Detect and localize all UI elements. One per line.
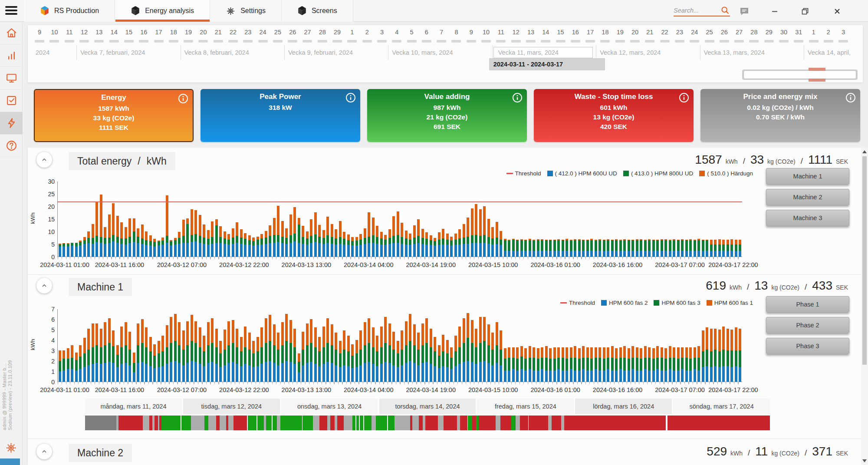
info-icon[interactable]	[178, 93, 188, 106]
timeline-day-number[interactable]: 19	[181, 29, 196, 36]
timeline-day-number[interactable]: 21	[642, 29, 657, 36]
info-icon[interactable]	[512, 92, 523, 105]
timeline-day-number[interactable]: 28	[315, 29, 330, 36]
timeline-day-number[interactable]: 24	[687, 29, 702, 36]
collapse-total-energy-button[interactable]	[36, 152, 52, 168]
legend-item-threshold[interactable]: Threshold	[506, 170, 541, 177]
chat-icon[interactable]	[739, 6, 750, 17]
timeline-day-number[interactable]: 9	[464, 29, 479, 36]
kpi-card-waste-stop-time-loss[interactable]: Waste - Stop time loss601 kWh13 kg (CO2e…	[534, 89, 694, 142]
tab-rs-production[interactable]: RS Production	[24, 0, 115, 22]
kpi-card-peak-power[interactable]: Peak Power318 kW	[201, 89, 360, 142]
search-input[interactable]: Search...	[674, 5, 730, 16]
legend-item-hpm-600-fas-1[interactable]: HPM 600 fas 1	[707, 300, 753, 306]
restore-button[interactable]	[799, 6, 811, 17]
timeline-day-number[interactable]: 27	[300, 29, 315, 36]
collapse-machine1-button[interactable]	[36, 278, 52, 294]
close-icon[interactable]	[832, 6, 843, 17]
timeline-day-number[interactable]: 12	[77, 29, 92, 36]
timeline-day-number[interactable]: 22	[226, 29, 240, 36]
timeline-day-number[interactable]: 26	[717, 29, 732, 36]
timeline-day-number[interactable]: 16	[568, 29, 583, 36]
timeline-day-number[interactable]: 1	[345, 29, 359, 36]
sidebar-item-tasks[interactable]	[0, 89, 23, 112]
kpi-card-price-and-energy-mix[interactable]: Price and energy mix0.02 kg (CO2e) / kWh…	[700, 89, 860, 142]
timeline-day-number[interactable]: 14	[538, 29, 553, 36]
phase-3-button[interactable]: Phase 3	[766, 338, 849, 354]
timeline-day-number[interactable]: 17	[583, 29, 598, 36]
tab-screens[interactable]: Screens	[282, 0, 353, 22]
sidebar-item-statistics[interactable]	[0, 44, 23, 67]
timeline-day-number[interactable]: 19	[613, 29, 628, 36]
timeline-week-vecka-9-februari-2024[interactable]: Vecka 9, februari, 2024	[284, 45, 388, 60]
timeline-week-2024[interactable]: 2024	[32, 45, 76, 60]
menu-icon[interactable]	[5, 6, 17, 16]
timeline-day-number[interactable]: 2	[360, 29, 375, 36]
timeline-day-number[interactable]: 2	[821, 29, 836, 36]
timeline-week-vecka-12-mars-2024[interactable]: Vecka 12, mars, 2024	[596, 45, 700, 60]
machine-2-button[interactable]: Machine 2	[766, 189, 849, 205]
tab-settings[interactable]: Settings	[210, 0, 282, 22]
sidebar-item-home[interactable]	[0, 22, 23, 44]
timeline-day-number[interactable]: 3	[375, 29, 389, 36]
legend-item-threshold[interactable]: Threshold	[560, 300, 595, 306]
timeline-day-number[interactable]: 17	[151, 29, 166, 36]
info-icon[interactable]	[345, 92, 356, 105]
scrollbar-thumb[interactable]	[862, 156, 867, 365]
timeline-week-vecka-8-februari-2024[interactable]: Vecka 8, februari, 2024	[181, 45, 284, 60]
timeline-day-number[interactable]: 23	[672, 29, 687, 36]
legend-item-510-0-h-rdugn[interactable]: ( 510.0 ) Härdugn	[699, 170, 753, 177]
timeline-day-number[interactable]: 20	[196, 29, 210, 36]
timeline-day-number[interactable]: 25	[702, 29, 717, 36]
timeline-slider-thumb[interactable]	[744, 71, 856, 79]
timeline-day-number[interactable]: 6	[419, 29, 434, 36]
legend-item-413-0-hpm-800u-ud[interactable]: ( 413.0 ) HPM 800U UD	[623, 170, 693, 177]
machine-1-button[interactable]: Machine 1	[766, 168, 849, 185]
timeline-day-number[interactable]: 25	[270, 29, 285, 36]
sidebar-item-help[interactable]	[0, 135, 23, 157]
timeline-day-number[interactable]: 24	[255, 29, 270, 36]
timeline-day-number[interactable]: 14	[106, 29, 121, 36]
phase-2-button[interactable]: Phase 2	[766, 317, 849, 333]
timeline-day-number[interactable]: 15	[553, 29, 568, 36]
minimize-button[interactable]	[769, 6, 780, 17]
legend-item-hpm-600-fas-2[interactable]: HPM 600 fas 2	[601, 300, 648, 306]
vertical-scrollbar[interactable]	[861, 148, 868, 465]
info-icon[interactable]	[679, 92, 689, 105]
timeline-day-number[interactable]: 22	[657, 29, 672, 36]
timeline-day-number[interactable]: 31	[791, 29, 806, 36]
sidebar-item-energy[interactable]	[0, 112, 23, 135]
collapse-machine2-button[interactable]	[36, 444, 52, 459]
tab-energy-analysis[interactable]: Energy analysis	[115, 0, 210, 22]
timeline-day-number[interactable]: 4	[389, 29, 404, 36]
timeline-day-number[interactable]: 29	[762, 29, 776, 36]
timeline-day-number[interactable]: 18	[598, 29, 612, 36]
timeline-day-number[interactable]: 30	[776, 29, 791, 36]
timeline-day-number[interactable]: 20	[628, 29, 642, 36]
timeline-day-number[interactable]: 11	[493, 29, 508, 36]
timeline-day-number[interactable]: 16	[136, 29, 151, 36]
timeline-week-vecka-7-februari-2024[interactable]: Vecka 7, februari, 2024	[76, 45, 180, 60]
timeline-day-number[interactable]: 10	[47, 29, 62, 36]
timeline-day-number[interactable]: 1	[806, 29, 821, 36]
legend-item-412-0-hpm-600u-ud[interactable]: ( 412.0 ) HPM 600U UD	[547, 170, 617, 177]
timeline-day-number[interactable]: 11	[62, 29, 77, 36]
timeline-week-vecka-10-mars-2024[interactable]: Vecka 10, mars, 2024	[388, 45, 492, 60]
timeline-day-number[interactable]: 7	[434, 29, 449, 36]
timeline-day-number[interactable]: 9	[32, 29, 47, 36]
timeline-day-number[interactable]: 27	[732, 29, 746, 36]
timeline-day-number[interactable]: 15	[122, 29, 136, 36]
timeline-day-number[interactable]: 12	[509, 29, 523, 36]
settings-gear-icon[interactable]	[5, 442, 17, 455]
phase-1-button[interactable]: Phase 1	[766, 296, 849, 313]
timeline-day-number[interactable]: 18	[166, 29, 181, 36]
kpi-card-value-adding[interactable]: Value adding987 kWh21 kg (CO2e)691 SEK	[367, 89, 527, 142]
timeline-day-number[interactable]: 21	[211, 29, 226, 36]
timeline-day-number[interactable]: 26	[285, 29, 300, 36]
timeline-day-number[interactable]: 3	[836, 29, 851, 36]
timeline-day-number[interactable]: 10	[479, 29, 493, 36]
machine-3-button[interactable]: Machine 3	[766, 210, 849, 226]
timeline-day-number[interactable]: 13	[523, 29, 538, 36]
timeline-day-number[interactable]: 28	[746, 29, 761, 36]
timeline-day-number[interactable]: 5	[404, 29, 419, 36]
